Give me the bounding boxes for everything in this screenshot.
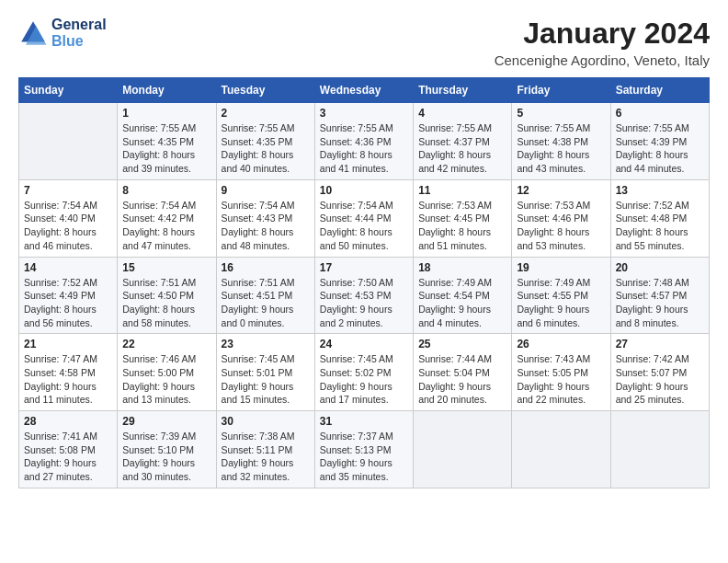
day-cell: 8Sunrise: 7:54 AMSunset: 4:42 PMDaylight… [118,179,216,257]
week-row-1: 1Sunrise: 7:55 AMSunset: 4:35 PMDaylight… [19,103,710,180]
day-cell: 15Sunrise: 7:51 AMSunset: 4:50 PMDayligh… [118,257,216,334]
day-number: 6 [616,107,704,120]
day-cell: 18Sunrise: 7:49 AMSunset: 4:54 PMDayligh… [414,257,512,334]
calendar-table: SundayMondayTuesdayWednesdayThursdayFrid… [18,77,710,488]
day-number: 27 [616,338,704,350]
col-header-monday: Monday [118,78,216,103]
day-cell: 30Sunrise: 7:38 AMSunset: 5:11 PMDayligh… [216,411,314,488]
day-cell: 5Sunrise: 7:55 AMSunset: 4:38 PMDaylight… [512,103,610,180]
day-cell: 7Sunrise: 7:54 AMSunset: 4:40 PMDaylight… [19,179,118,257]
day-info: Sunrise: 7:54 AMSunset: 4:42 PMDaylight:… [122,199,210,253]
day-cell: 2Sunrise: 7:55 AMSunset: 4:35 PMDaylight… [216,103,314,180]
day-number: 25 [418,338,506,350]
day-info: Sunrise: 7:46 AMSunset: 5:00 PMDaylight:… [122,352,210,407]
day-number: 19 [517,261,605,274]
day-cell [414,411,512,488]
day-info: Sunrise: 7:45 AMSunset: 5:01 PMDaylight:… [222,352,310,407]
day-info: Sunrise: 7:55 AMSunset: 4:35 PMDaylight:… [222,121,310,176]
day-cell: 10Sunrise: 7:54 AMSunset: 4:44 PMDayligh… [314,179,413,257]
col-header-saturday: Saturday [610,78,709,103]
logo-text: General Blue [51,17,107,50]
day-number: 30 [222,415,310,428]
day-cell: 29Sunrise: 7:39 AMSunset: 5:10 PMDayligh… [118,411,216,488]
col-header-thursday: Thursday [414,78,512,103]
day-number: 20 [616,261,704,274]
day-info: Sunrise: 7:38 AMSunset: 5:11 PMDaylight:… [222,430,310,484]
day-cell: 11Sunrise: 7:53 AMSunset: 4:45 PMDayligh… [414,179,512,257]
day-info: Sunrise: 7:52 AMSunset: 4:48 PMDaylight:… [616,199,704,253]
day-info: Sunrise: 7:41 AMSunset: 5:08 PMDaylight:… [24,430,112,484]
day-number: 31 [320,415,408,428]
week-row-5: 28Sunrise: 7:41 AMSunset: 5:08 PMDayligh… [19,411,710,488]
header: General Blue January 2024 Cencenighe Ago… [18,17,710,68]
day-info: Sunrise: 7:37 AMSunset: 5:13 PMDaylight:… [320,430,408,484]
day-number: 11 [418,184,506,197]
week-row-4: 21Sunrise: 7:47 AMSunset: 4:58 PMDayligh… [19,334,710,411]
day-cell: 31Sunrise: 7:37 AMSunset: 5:13 PMDayligh… [314,411,413,488]
day-info: Sunrise: 7:50 AMSunset: 4:53 PMDaylight:… [320,276,408,330]
day-cell: 9Sunrise: 7:54 AMSunset: 4:43 PMDaylight… [216,179,314,257]
day-cell: 23Sunrise: 7:45 AMSunset: 5:01 PMDayligh… [216,334,314,411]
day-number: 24 [320,338,408,350]
day-cell: 20Sunrise: 7:48 AMSunset: 4:57 PMDayligh… [610,257,709,334]
day-cell: 26Sunrise: 7:43 AMSunset: 5:05 PMDayligh… [512,334,610,411]
day-info: Sunrise: 7:43 AMSunset: 5:05 PMDaylight:… [517,352,605,407]
day-cell: 19Sunrise: 7:49 AMSunset: 4:55 PMDayligh… [512,257,610,334]
page: General Blue January 2024 Cencenighe Ago… [0,0,728,563]
day-info: Sunrise: 7:53 AMSunset: 4:46 PMDaylight:… [517,199,605,253]
col-header-tuesday: Tuesday [216,78,314,103]
day-info: Sunrise: 7:55 AMSunset: 4:37 PMDaylight:… [418,121,506,176]
day-info: Sunrise: 7:49 AMSunset: 4:55 PMDaylight:… [517,276,605,330]
day-cell [512,411,610,488]
col-header-wednesday: Wednesday [314,78,413,103]
day-cell: 24Sunrise: 7:45 AMSunset: 5:02 PMDayligh… [314,334,413,411]
day-cell: 27Sunrise: 7:42 AMSunset: 5:07 PMDayligh… [610,334,709,411]
logo-icon [18,18,48,48]
day-number: 14 [24,261,112,274]
col-header-sunday: Sunday [19,78,118,103]
day-number: 28 [24,415,112,428]
day-cell: 17Sunrise: 7:50 AMSunset: 4:53 PMDayligh… [314,257,413,334]
day-cell: 3Sunrise: 7:55 AMSunset: 4:36 PMDaylight… [314,103,413,180]
day-info: Sunrise: 7:55 AMSunset: 4:36 PMDaylight:… [320,121,408,176]
day-number: 26 [517,338,605,350]
location: Cencenighe Agordino, Veneto, Italy [495,52,710,68]
day-info: Sunrise: 7:54 AMSunset: 4:44 PMDaylight:… [320,199,408,253]
day-number: 15 [122,261,210,274]
day-cell: 28Sunrise: 7:41 AMSunset: 5:08 PMDayligh… [19,411,118,488]
day-info: Sunrise: 7:49 AMSunset: 4:54 PMDaylight:… [418,276,506,330]
day-cell: 21Sunrise: 7:47 AMSunset: 4:58 PMDayligh… [19,334,118,411]
day-cell [610,411,709,488]
day-cell [19,103,118,180]
day-number: 4 [418,107,506,120]
day-number: 23 [222,338,310,350]
day-info: Sunrise: 7:44 AMSunset: 5:04 PMDaylight:… [418,352,506,407]
day-cell: 4Sunrise: 7:55 AMSunset: 4:37 PMDaylight… [414,103,512,180]
day-number: 1 [122,107,210,120]
day-number: 8 [122,184,210,197]
day-number: 3 [320,107,408,120]
day-cell: 12Sunrise: 7:53 AMSunset: 4:46 PMDayligh… [512,179,610,257]
day-info: Sunrise: 7:47 AMSunset: 4:58 PMDaylight:… [24,352,112,407]
day-number: 13 [616,184,704,197]
day-cell: 13Sunrise: 7:52 AMSunset: 4:48 PMDayligh… [610,179,709,257]
day-number: 18 [418,261,506,274]
day-info: Sunrise: 7:39 AMSunset: 5:10 PMDaylight:… [122,430,210,484]
day-number: 21 [24,338,112,350]
day-number: 17 [320,261,408,274]
day-info: Sunrise: 7:51 AMSunset: 4:51 PMDaylight:… [222,276,310,330]
day-cell: 22Sunrise: 7:46 AMSunset: 5:00 PMDayligh… [118,334,216,411]
day-number: 7 [24,184,112,197]
day-number: 9 [222,184,310,197]
week-row-3: 14Sunrise: 7:52 AMSunset: 4:49 PMDayligh… [19,257,710,334]
calendar-header-row: SundayMondayTuesdayWednesdayThursdayFrid… [19,78,710,103]
week-row-2: 7Sunrise: 7:54 AMSunset: 4:40 PMDaylight… [19,179,710,257]
day-info: Sunrise: 7:55 AMSunset: 4:39 PMDaylight:… [616,121,704,176]
day-number: 29 [122,415,210,428]
day-number: 16 [222,261,310,274]
day-cell: 25Sunrise: 7:44 AMSunset: 5:04 PMDayligh… [414,334,512,411]
day-info: Sunrise: 7:53 AMSunset: 4:45 PMDaylight:… [418,199,506,253]
day-info: Sunrise: 7:54 AMSunset: 4:40 PMDaylight:… [24,199,112,253]
day-number: 5 [517,107,605,120]
title-block: January 2024 Cencenighe Agordino, Veneto… [495,17,710,68]
